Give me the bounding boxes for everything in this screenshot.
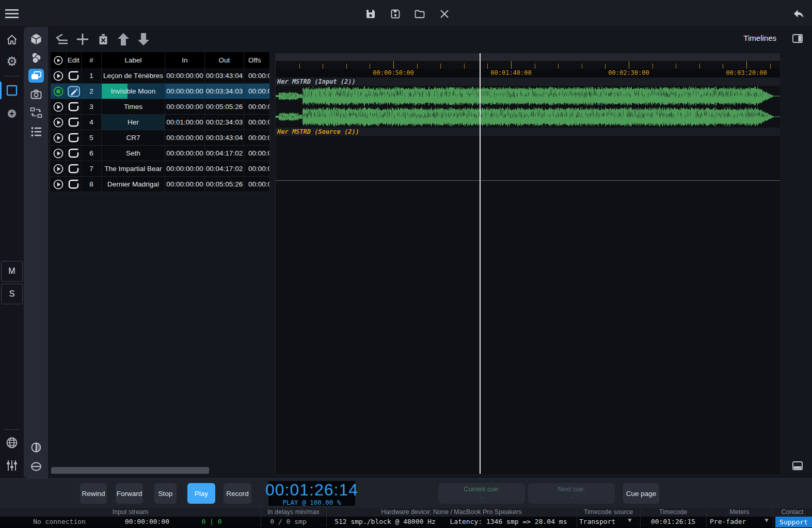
timeline-marker-strip[interactable] [276, 53, 780, 61]
cue-edit-icon[interactable] [66, 99, 82, 114]
cue-play-icon[interactable] [51, 146, 66, 161]
cue-row[interactable]: 8Dernier Madrigal00:00:00:0000:05:05:260… [51, 177, 270, 192]
delete-cue-icon[interactable] [95, 32, 111, 47]
cube-3d-icon[interactable] [28, 32, 44, 47]
current-cue-button[interactable]: Current cue: - [438, 483, 525, 504]
move-up-icon[interactable] [116, 32, 131, 47]
cue-offset-time: 00:00:0 [244, 161, 270, 176]
block-size-value: 512 smp./block @ 48000 Hz [330, 518, 440, 525]
close-icon[interactable] [438, 7, 451, 21]
cue-play-icon[interactable] [51, 99, 66, 114]
save-icon[interactable] [364, 7, 377, 21]
meters-select[interactable]: Pre-fader s... [710, 518, 762, 528]
cue-edit-icon[interactable] [66, 161, 82, 176]
support-button[interactable]: Support [775, 517, 812, 527]
solo-button[interactable]: S [1, 284, 23, 304]
assign-left-icon[interactable] [54, 32, 70, 47]
cue-play-icon[interactable] [51, 68, 66, 83]
cue-out-time: 00:03:43:04 [205, 130, 244, 145]
primary-sidebar: ⚙ M S [0, 27, 24, 478]
playback-status: PLAY @ 100.00 % [283, 499, 341, 506]
cue-row[interactable]: 4Her00:01:00:0000:02:34:0300:00:0 [51, 115, 270, 130]
cue-in-time: 00:00:00:00 [165, 146, 205, 161]
cue-play-icon[interactable] [51, 130, 66, 145]
cue-label: Dernier Madrigal [102, 177, 165, 192]
cue-label: Leçon de Ténèbres [102, 68, 165, 83]
panel-right-toggle-icon[interactable] [792, 33, 803, 43]
source-track-region[interactable] [276, 137, 780, 181]
split-view-horizontal-icon[interactable] [28, 459, 44, 474]
cue-page-button[interactable]: Cue page [623, 483, 659, 504]
menu-icon[interactable] [5, 7, 19, 21]
move-down-icon[interactable] [136, 32, 151, 47]
cue-number: 7 [82, 161, 102, 176]
cue-edit-icon[interactable] [66, 115, 82, 130]
transport-bar: Rewind Forward Stop Play Record 00:01:26… [0, 478, 812, 508]
track-header-input[interactable]: Her MSTRD (Input (2)) [276, 77, 780, 86]
cue-table-header: Edit # Label In Out Offs [51, 52, 270, 68]
waveform-region[interactable] [276, 86, 780, 128]
cue-label: CR7 [102, 130, 165, 145]
stop-button[interactable]: Stop [154, 483, 177, 504]
horizontal-scrollbar-thumb[interactable] [51, 467, 209, 474]
show-view-icon[interactable] [4, 83, 20, 98]
cue-row[interactable]: 3Times00:00:00:0000:05:05:2600:00:0 [51, 99, 270, 115]
cue-edit-icon[interactable] [66, 130, 82, 145]
top-bar [0, 0, 812, 27]
cue-edit-icon[interactable] [66, 68, 82, 83]
split-view-vertical-icon[interactable] [28, 440, 44, 455]
spheres-icon[interactable] [28, 50, 44, 66]
cue-list-icon[interactable] [28, 124, 44, 139]
timeline-view[interactable]: 00:00:50:0000:01:40:0000:02:30:0000:03:2… [275, 53, 779, 474]
cue-playing-stop-icon[interactable] [51, 84, 66, 99]
sidebar-divider [4, 76, 20, 76]
chevron-down-icon[interactable]: ▼ [762, 518, 771, 523]
cue-row[interactable]: 6Seth00:00:00:0000:04:17:0200:00:0 [51, 146, 270, 161]
globe-icon[interactable] [4, 435, 20, 451]
cue-offset-time: 00:00:0 [244, 146, 270, 161]
cue-out-time: 00:05:05:26 [205, 99, 244, 114]
cue-row[interactable]: 7The Impartial Bear00:00:00:0000:04:17:0… [51, 161, 270, 177]
mixer-faders-icon[interactable] [4, 458, 20, 473]
playhead-cursor[interactable] [480, 53, 481, 474]
cue-play-icon[interactable] [51, 161, 66, 176]
timeline-ruler-labels[interactable]: 00:00:50:0000:01:40:0000:02:30:0000:03:2… [276, 69, 780, 77]
next-cue-button[interactable]: Next cue: - [528, 483, 615, 504]
cue-edit-icon[interactable] [66, 146, 82, 161]
input-stream-header: Input stream [0, 508, 261, 516]
cue-row[interactable]: 1Leçon de Ténèbres00:00:00:0000:03:43:04… [51, 68, 270, 84]
cue-out-time: 00:02:34:03 [205, 115, 244, 130]
media-library-icon-active[interactable] [28, 69, 44, 83]
cue-in-time: 00:00:00:00 [165, 68, 205, 83]
workflow-routing-icon[interactable] [28, 105, 44, 121]
chevron-down-icon[interactable]: ▼ [626, 518, 634, 523]
camera-icon[interactable] [28, 87, 44, 102]
home-icon[interactable] [4, 32, 20, 48]
record-button[interactable]: Record [224, 483, 251, 504]
cue-in-time: 00:00:00:00 [165, 99, 205, 114]
cue-play-icon[interactable] [51, 177, 66, 192]
add-view-icon[interactable] [4, 106, 20, 121]
cue-number: 2 [82, 84, 102, 99]
timeline-empty-region[interactable] [276, 181, 780, 474]
meters-header: Meters [706, 508, 773, 516]
settings-gear-icon[interactable]: ⚙ [4, 54, 20, 69]
cue-edit-active-icon[interactable] [66, 84, 82, 99]
add-cue-icon[interactable] [75, 32, 90, 47]
open-folder-icon[interactable] [413, 7, 426, 21]
save-as-icon[interactable] [389, 7, 402, 21]
undo-icon[interactable] [792, 7, 805, 21]
timeline-ruler-ticks[interactable] [276, 61, 780, 69]
panel-bottom-toggle-icon[interactable] [792, 460, 803, 471]
rewind-button[interactable]: Rewind [80, 483, 107, 504]
cue-play-icon[interactable] [51, 115, 66, 130]
play-button[interactable]: Play [187, 483, 215, 504]
cue-row[interactable]: 5CR700:00:00:0000:03:43:0400:00:0 [51, 130, 270, 146]
mute-button[interactable]: M [1, 261, 23, 282]
cue-row[interactable]: 2Invisible Moon00:00:00:0000:03:34:0300:… [51, 84, 270, 99]
track-header-source[interactable]: Her MSTRD (Source (2)) [276, 128, 780, 136]
cue-edit-icon[interactable] [66, 177, 82, 192]
forward-button[interactable]: Forward [116, 483, 143, 504]
cue-offset-time: 00:00:0 [244, 99, 270, 114]
timecode-source-select[interactable]: Transport [579, 518, 626, 525]
